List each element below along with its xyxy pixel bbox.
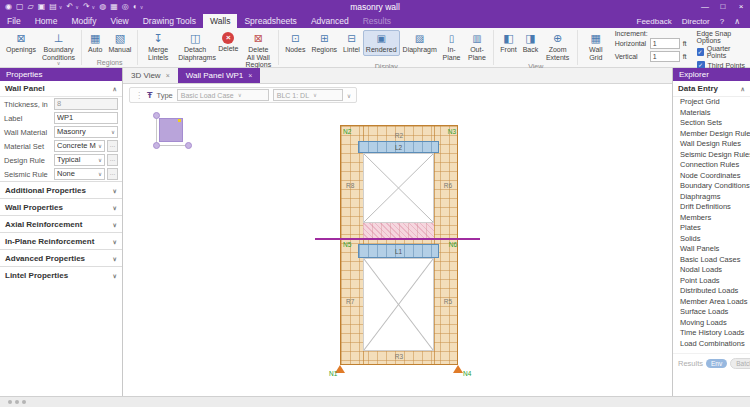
menu-tab-modify[interactable]: Modify [64, 14, 103, 28]
wall-panel-canvas[interactable]: ⋮ Ŧ Type Basic Load Case∨ BLC 1: DL∨ ∨ [123, 84, 672, 396]
data-entry-section-header[interactable]: Data Entry ∧ [673, 81, 750, 97]
drag-handle-icon[interactable]: ⋮ [135, 91, 143, 100]
snapshot-icon[interactable]: ◎ [122, 0, 129, 14]
front-view-button[interactable]: ◧ Front [497, 30, 519, 56]
section-in-plane-reinforcement[interactable]: In-Plane Reinforcement ∨ [0, 232, 122, 249]
boundary-conditions-button[interactable]: ⊥ Boundary Conditions ∨ [39, 30, 78, 67]
explorer-item[interactable]: Materials [673, 108, 750, 119]
explorer-item[interactable]: Node Coordinates [673, 171, 750, 182]
explorer-item[interactable]: Members [673, 213, 750, 224]
manual-regions-button[interactable]: ▧ Manual [105, 30, 134, 56]
batch-toggle[interactable]: Batch [730, 358, 750, 369]
explorer-item[interactable]: Section Sets [673, 118, 750, 129]
label-input[interactable]: WP1 [54, 112, 118, 124]
drawing-origin-widget[interactable] [151, 108, 197, 152]
menu-tab-drawing-tools[interactable]: Drawing Tools [136, 14, 203, 28]
design-rule-ellipsis-button[interactable]: … [107, 154, 118, 166]
explorer-item[interactable]: Member Area Loads [673, 297, 750, 308]
seismic-rule-select[interactable]: None∨ [54, 168, 105, 180]
material-set-ellipsis-button[interactable]: … [107, 140, 118, 152]
undo-caret-icon[interactable]: ∨ [75, 4, 79, 10]
solve-icon[interactable]: ◍ [99, 0, 106, 14]
quarter-points-checkbox[interactable]: ✓ [697, 48, 704, 56]
spreadsheet-icon[interactable]: ▦ [110, 0, 118, 14]
info-icon[interactable]: ◐ [133, 0, 138, 14]
wall-grid-toggle[interactable]: ▦ Wall Grid [581, 30, 611, 63]
print-icon[interactable]: ▤ [49, 0, 57, 14]
display-out-plane-toggle[interactable]: ▥ Out-Plane [463, 30, 490, 63]
close-tab-icon[interactable]: × [166, 72, 170, 79]
lintel-l1[interactable]: L1 [358, 244, 439, 258]
display-rendered-toggle[interactable]: ▣ Rendered [363, 30, 400, 56]
display-lintel-toggle[interactable]: ⊟ Lintel [340, 30, 363, 56]
merge-lintels-button[interactable]: ↧ Merge Lintels [141, 30, 175, 63]
explorer-item[interactable]: Basic Load Cases [673, 255, 750, 266]
explorer-item[interactable]: Wall Panels [673, 244, 750, 255]
display-in-plane-toggle[interactable]: ▯ In-Plane [440, 30, 464, 63]
collapse-ribbon-icon[interactable]: ∧ [734, 17, 740, 26]
tab-3d-view[interactable]: 3D View × [123, 68, 178, 83]
section-wall-properties[interactable]: Wall Properties ∨ [0, 198, 122, 215]
explorer-item[interactable]: Wall Design Rules [673, 139, 750, 150]
wall-panel-section-header[interactable]: Wall Panel ∧ [0, 81, 122, 97]
redo-caret-icon[interactable]: ∨ [92, 4, 96, 10]
redo-icon[interactable]: ↷ [83, 0, 90, 14]
menu-tab-walls[interactable]: Walls [203, 14, 237, 28]
wall-opening-lower[interactable] [363, 258, 434, 351]
display-diaphragm-toggle[interactable]: ▨ Diaphragm [400, 30, 440, 56]
explorer-item[interactable]: Plates [673, 223, 750, 234]
explorer-item[interactable]: Boundary Conditions [673, 181, 750, 192]
explorer-item[interactable]: Moving Loads [673, 318, 750, 329]
toolbar-expand-icon[interactable]: ∨ [347, 92, 351, 99]
display-regions-toggle[interactable]: ⊞ Regions [308, 30, 340, 56]
explorer-item[interactable]: Project Grid [673, 97, 750, 108]
menu-tab-file[interactable]: File [0, 14, 28, 28]
save-icon[interactable]: ▣ [38, 0, 46, 14]
info-caret-icon[interactable]: ∨ [140, 4, 144, 10]
section-lintel-properties[interactable]: Lintel Properties ∨ [0, 266, 122, 283]
menu-tab-view[interactable]: View [103, 14, 135, 28]
explorer-item[interactable]: Connection Rules [673, 160, 750, 171]
env-toggle[interactable]: Env [706, 359, 727, 368]
explorer-item[interactable]: Surface Loads [673, 307, 750, 318]
horizontal-increment-input[interactable]: 1 [650, 38, 680, 49]
origin-node[interactable] [185, 142, 192, 149]
explorer-item[interactable]: Point Loads [673, 276, 750, 287]
menu-tab-spreadsheets[interactable]: Spreadsheets [237, 14, 303, 28]
delete-all-wall-regions-button[interactable]: ⊠ Delete All Wall Regions [241, 30, 275, 71]
vertical-increment-input[interactable]: 1 [650, 51, 680, 62]
explorer-item[interactable]: Diaphragms [673, 192, 750, 203]
wall-material-select[interactable]: Masonry∨ [54, 126, 118, 138]
undo-icon[interactable]: ↶ [67, 0, 74, 14]
minimize-button[interactable]: — [696, 0, 714, 14]
explorer-item[interactable]: Solids [673, 234, 750, 245]
detach-diaphragms-button[interactable]: ◫ Detach Diaphragms [175, 30, 215, 63]
explorer-item[interactable]: Time History Loads [673, 328, 750, 339]
origin-node[interactable] [153, 112, 160, 119]
close-button[interactable]: × [732, 0, 750, 14]
maximize-button[interactable]: □ [714, 0, 732, 14]
origin-node[interactable] [153, 142, 160, 149]
explorer-item[interactable]: Distributed Loads [673, 286, 750, 297]
feedback-link[interactable]: Feedback [637, 17, 672, 26]
material-set-select[interactable]: Concrete Matl∨ [54, 140, 105, 152]
open-file-icon[interactable]: ▱ [28, 0, 34, 14]
design-rule-select[interactable]: Typical∨ [54, 154, 105, 166]
delete-button[interactable]: × Delete [215, 30, 241, 55]
openings-button[interactable]: ⊠ Openings [3, 30, 39, 56]
explorer-item[interactable]: Member Design Rules [673, 129, 750, 140]
wall-panel-wp1[interactable]: L2 L1 R2 R8 R6 R7 R5 R3 N2 N3 N5 N6 [340, 125, 458, 365]
diaphragm-line[interactable] [315, 238, 480, 240]
section-additional-properties[interactable]: Additional Properties ∨ [0, 181, 122, 198]
section-axial-reinforcement[interactable]: Axial Reinforcement ∨ [0, 215, 122, 232]
draw-loads-icon[interactable]: Ŧ [147, 90, 153, 100]
explorer-item[interactable]: Seismic Design Rules [673, 150, 750, 161]
seismic-rule-ellipsis-button[interactable]: … [107, 168, 118, 180]
explorer-item[interactable]: Load Combinations [673, 339, 750, 350]
tab-wall-panel-wp1[interactable]: Wall Panel WP1 × [178, 68, 261, 83]
support-triangle-right[interactable] [453, 365, 463, 373]
zoom-extents-button[interactable]: ⊕ Zoom Extents [541, 30, 574, 63]
new-file-icon[interactable]: ▢ [16, 0, 24, 14]
menu-tab-home[interactable]: Home [28, 14, 65, 28]
help-button[interactable]: ? [720, 17, 724, 26]
